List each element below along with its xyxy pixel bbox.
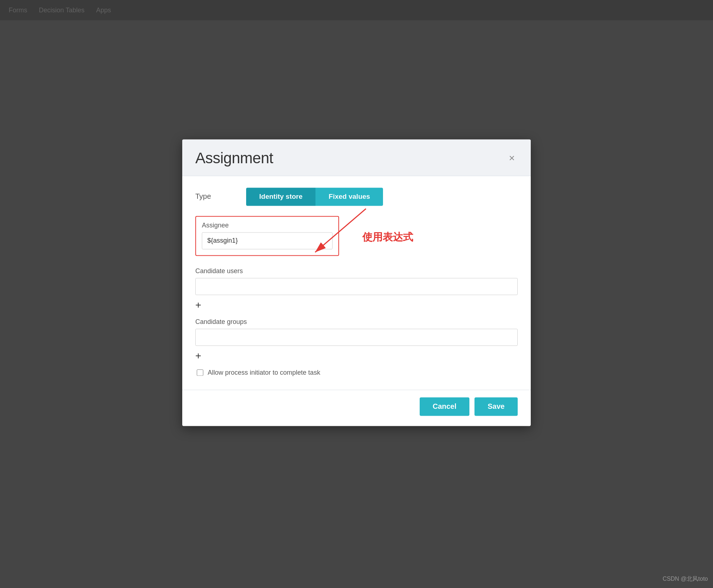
allow-initiator-checkbox[interactable] <box>197 369 203 376</box>
type-row: Type Identity store Fixed values <box>195 188 518 206</box>
candidate-users-label: Candidate users <box>195 267 518 275</box>
candidate-groups-section: Candidate groups <box>195 318 518 346</box>
modal-footer: Cancel Save <box>182 390 531 426</box>
type-fixed-values-button[interactable]: Fixed values <box>315 188 383 206</box>
close-button[interactable]: × <box>506 152 518 165</box>
candidate-groups-input[interactable] <box>195 329 518 346</box>
type-identity-store-button[interactable]: Identity store <box>246 188 315 206</box>
type-label: Type <box>195 192 246 201</box>
type-buttons: Identity store Fixed values <box>246 188 383 206</box>
watermark: CSDN @北风toto <box>663 575 708 583</box>
assignment-modal: Assignment × Type Identity store Fixed v… <box>182 139 531 426</box>
assignee-highlight-box: Assignee <box>195 216 339 256</box>
allow-initiator-label: Allow process initiator to complete task <box>208 369 320 377</box>
modal-body: Type Identity store Fixed values Assigne… <box>182 176 531 385</box>
candidate-groups-label: Candidate groups <box>195 318 518 326</box>
modal-title: Assignment <box>195 149 273 167</box>
annotation-area: Assignee 使用表达式 <box>195 216 518 263</box>
cancel-button[interactable]: Cancel <box>420 397 470 416</box>
add-candidate-groups-button[interactable]: + <box>195 349 201 363</box>
modal-header: Assignment × <box>182 139 531 176</box>
add-candidate-users-button[interactable]: + <box>195 298 201 312</box>
annotation-text: 使用表达式 <box>362 230 413 244</box>
allow-initiator-row: Allow process initiator to complete task <box>195 369 518 377</box>
assignee-label: Assignee <box>202 222 333 229</box>
candidate-users-input[interactable] <box>195 278 518 295</box>
candidate-users-section: Candidate users <box>195 267 518 295</box>
save-button[interactable]: Save <box>474 397 518 416</box>
assignee-input[interactable] <box>202 232 333 249</box>
